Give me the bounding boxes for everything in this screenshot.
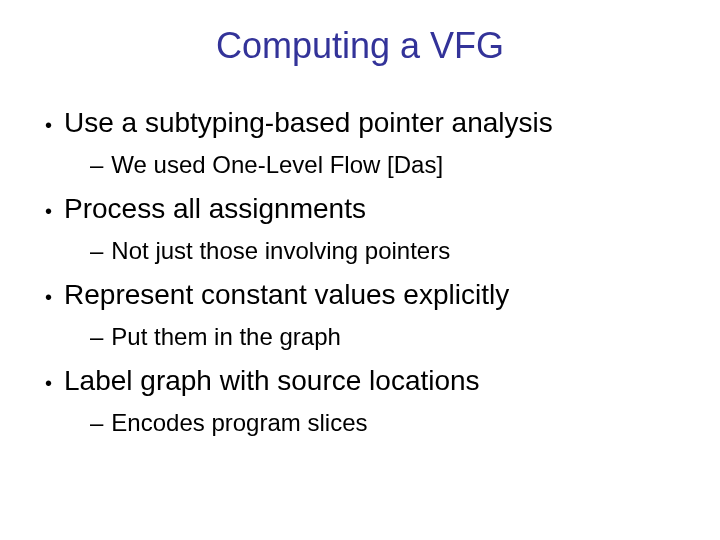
sub-text: Not just those involving pointers	[111, 237, 690, 265]
sub-item: – We used One-Level Flow [Das]	[90, 151, 690, 179]
dash-marker: –	[90, 151, 103, 179]
sub-item: – Put them in the graph	[90, 323, 690, 351]
bullet-item: • Process all assignments	[45, 193, 690, 229]
bullet-marker: •	[45, 365, 52, 401]
dash-marker: –	[90, 237, 103, 265]
bullet-text: Label graph with source locations	[64, 365, 690, 397]
bullet-text: Represent constant values explicitly	[64, 279, 690, 311]
sub-text: Put them in the graph	[111, 323, 690, 351]
sub-text: We used One-Level Flow [Das]	[111, 151, 690, 179]
bullet-item: • Use a subtyping-based pointer analysis	[45, 107, 690, 143]
bullet-item: • Represent constant values explicitly	[45, 279, 690, 315]
sub-text: Encodes program slices	[111, 409, 690, 437]
sub-item: – Encodes program slices	[90, 409, 690, 437]
dash-marker: –	[90, 409, 103, 437]
slide-title: Computing a VFG	[30, 25, 690, 67]
bullet-text: Use a subtyping-based pointer analysis	[64, 107, 690, 139]
bullet-item: • Label graph with source locations	[45, 365, 690, 401]
dash-marker: –	[90, 323, 103, 351]
bullet-text: Process all assignments	[64, 193, 690, 225]
sub-item: – Not just those involving pointers	[90, 237, 690, 265]
bullet-marker: •	[45, 107, 52, 143]
bullet-marker: •	[45, 193, 52, 229]
bullet-marker: •	[45, 279, 52, 315]
